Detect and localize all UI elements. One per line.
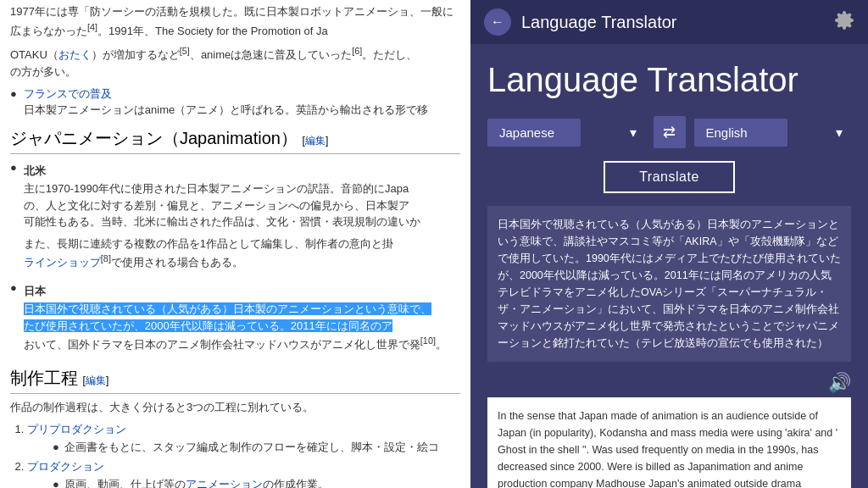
otaku-link[interactable]: おたく xyxy=(58,49,92,62)
otaku-text: OTAKU（おたく）が増加するなど[5]、animeは急速に普及していった[6]… xyxy=(10,44,460,80)
japanimation-edit-link[interactable]: 編集 xyxy=(305,135,326,147)
pre-sub-text: ● 企画書をもとに、スタッフ編成と制作のフローを確定し、脚本・設定・絵コ xyxy=(53,439,460,456)
hokubei-bullet: ● 北米 主に1970-1990年代に使用された日本製アニメーションの訳語。音節… xyxy=(10,159,460,276)
translate-label: Translate xyxy=(639,169,699,184)
japan-bullet: ● 日本 日本国外で視聴されている（人気がある）日本製のアニメーションという意味… xyxy=(10,280,460,358)
pro-detail: 原画、動画、仕上げ等のアニメーションの作成作業。 xyxy=(64,476,329,488)
translator-body: Language Translator Japanese English Chi… xyxy=(470,44,868,488)
back-icon: ← xyxy=(491,14,504,30)
swap-languages-button[interactable]: ⇄ xyxy=(654,116,686,148)
hokubei-heading: 北米 xyxy=(24,163,420,180)
gear-icon xyxy=(834,10,854,30)
source-speaker-button[interactable]: 🔊 xyxy=(828,372,851,394)
header-title: Language Translator xyxy=(521,13,676,32)
seisaku-edit-link[interactable]: 編集 xyxy=(86,374,106,386)
source-language-select[interactable]: Japanese English Chinese xyxy=(487,119,581,147)
pre-detail: 企画書をもとに、スタッフ編成と制作のフローを確定し、脚本・設定・絵コ xyxy=(64,439,439,456)
hokubei-text: 主に1970-1990年代に使用された日本製アニメーションの訳語。音節的にJap… xyxy=(24,180,420,230)
swap-icon: ⇄ xyxy=(663,123,676,141)
translator-panel: ← Language Translator Language Translato… xyxy=(470,0,868,488)
france-heading: フランスでの普及 xyxy=(24,87,112,100)
france-bullet: ● フランスでの普及 日本製アニメーションはanime（アニメ）と呼ばれる。英語… xyxy=(10,86,460,119)
back-button[interactable]: ← xyxy=(484,8,511,36)
settings-button[interactable] xyxy=(834,10,854,35)
source-lang-wrapper: Japanese English Chinese xyxy=(487,119,645,147)
target-language-select[interactable]: Japanese English Chinese xyxy=(694,119,787,147)
target-lang-wrapper: Japanese English Chinese xyxy=(694,119,852,147)
header-left: ← Language Translator xyxy=(484,8,676,36)
translated-text-box: In the sense that Japan made of animatio… xyxy=(487,397,851,488)
pro-sub-text: ● 原画、動画、仕上げ等のアニメーションの作成作業。 xyxy=(53,476,460,488)
pre-production-link[interactable]: プリプロダクション xyxy=(27,423,126,435)
animation-link[interactable]: アニメーション xyxy=(186,478,263,488)
seisaku-heading-text: 制作工程 xyxy=(10,369,78,387)
france-link[interactable]: フランスでの普及 xyxy=(24,87,112,100)
source-text: 日本国外で視聴されている（人気がある）日本製のアニメーションという意味で、講談社… xyxy=(498,216,841,352)
source-text-box: 日本国外で視聴されている（人気がある）日本製のアニメーションという意味で、講談社… xyxy=(487,206,851,362)
japan-text: 日本国外で視聴されている（人気がある）日本製のアニメーションという意味で、たび使… xyxy=(24,301,447,353)
source-speaker-row: 🔊 xyxy=(487,369,851,397)
process-item-1: プリプロダクション ● 企画書をもとに、スタッフ編成と制作のフローを確定し、脚本… xyxy=(27,421,460,456)
france-text: 日本製アニメーションはanime（アニメ）と呼ばれる。英語から輸出される形で移 xyxy=(24,103,428,116)
process-item-2: プロダクション ● 原画、動画、仕上げ等のアニメーションの作成作業。 xyxy=(27,458,460,488)
hokubei-text2: また、長期に連続する複数の作品を1作品として編集し、制作者の意向と掛ラインショッ… xyxy=(24,236,420,271)
translator-header: ← Language Translator xyxy=(470,0,868,44)
lineup-link[interactable]: ラインショップ xyxy=(24,256,101,269)
intro-text: 1977年には専「防ソーシーの活動を規模した。既に日本製ロボットアニメーショ、一… xyxy=(10,3,460,39)
process-list: プリプロダクション ● 企画書をもとに、スタッフ編成と制作のフローを確定し、脚本… xyxy=(27,421,460,488)
japanimation-heading-text: ジャパニメーション（Japanimation） xyxy=(10,129,298,147)
language-selector-row: Japanese English Chinese ⇄ Japanese Engl… xyxy=(487,116,851,148)
seisaku-section: 制作工程 [編集] xyxy=(10,365,460,394)
japan-highlighted-text: 日本国外で視聴されている（人気がある）日本製のアニメーションという意味で、たび使… xyxy=(24,302,431,332)
article-panel: 1977年には専「防ソーシーの活動を規模した。既に日本製ロボットアニメーショ、一… xyxy=(0,0,470,488)
translator-big-title: Language Translator xyxy=(487,61,851,99)
japan-subheading: 日本 xyxy=(24,283,447,300)
production-link[interactable]: プロダクション xyxy=(27,460,104,473)
intro-text-2: 、一般に広まらなかった xyxy=(10,5,453,37)
seisaku-intro: 作品の制作過程は、大きく分けると3つの工程に別れている。 xyxy=(10,399,460,416)
translated-text: In the sense that Japan made of animatio… xyxy=(498,408,841,488)
speaker-icon-1: 🔊 xyxy=(828,372,851,393)
japanimation-section: ジャパニメーション（Japanimation） [編集] xyxy=(10,125,460,154)
translate-button[interactable]: Translate xyxy=(604,161,735,193)
